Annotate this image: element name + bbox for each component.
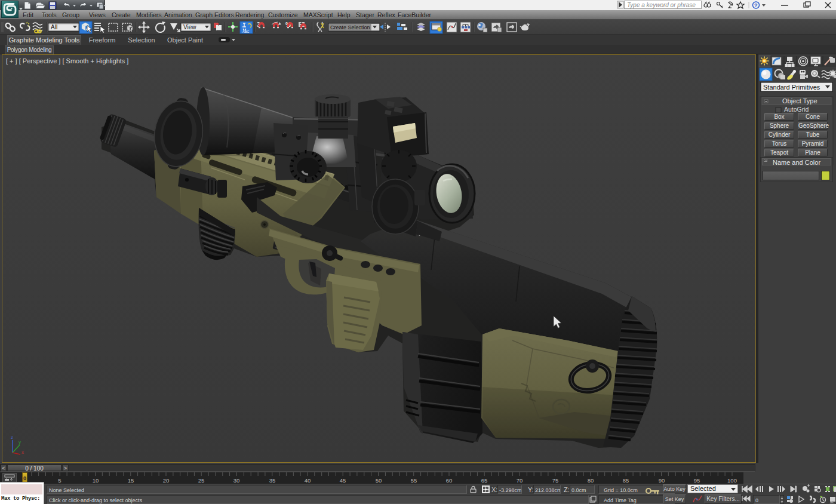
svg-text:65: 65 <box>481 477 488 484</box>
svg-text:85: 85 <box>623 477 629 484</box>
svg-text:95: 95 <box>694 477 700 484</box>
svg-text:70: 70 <box>517 477 523 484</box>
svg-text:35: 35 <box>269 477 276 484</box>
svg-text:30: 30 <box>233 477 240 484</box>
svg-text:?: ? <box>754 2 758 8</box>
svg-text:40: 40 <box>305 477 311 484</box>
svg-text:45: 45 <box>340 477 346 484</box>
svg-text:View: View <box>183 24 196 30</box>
svg-text:5: 5 <box>58 477 61 484</box>
svg-text:20: 20 <box>163 477 170 484</box>
svg-text:x: x <box>21 450 24 455</box>
svg-text:100: 100 <box>727 477 737 484</box>
svg-text:AutoGrid: AutoGrid <box>784 106 809 113</box>
svg-text:60: 60 <box>446 477 453 484</box>
svg-text:Standard Primitives: Standard Primitives <box>763 84 820 91</box>
svg-text:55: 55 <box>411 477 417 484</box>
svg-text:y: y <box>19 440 21 445</box>
svg-text:50: 50 <box>376 477 382 484</box>
svg-text:80: 80 <box>588 477 594 484</box>
svg-text:90: 90 <box>659 477 665 484</box>
svg-text:15: 15 <box>128 477 134 484</box>
svg-text:All: All <box>51 24 57 30</box>
svg-text:10: 10 <box>93 477 99 484</box>
svg-text:Object Type: Object Type <box>782 97 817 105</box>
svg-text:Create Selection Se: Create Selection Se <box>330 24 378 30</box>
svg-text:z: z <box>11 435 13 440</box>
svg-text:75: 75 <box>552 477 559 484</box>
svg-text:25: 25 <box>198 477 205 484</box>
svg-text:ABC: ABC <box>242 30 249 33</box>
